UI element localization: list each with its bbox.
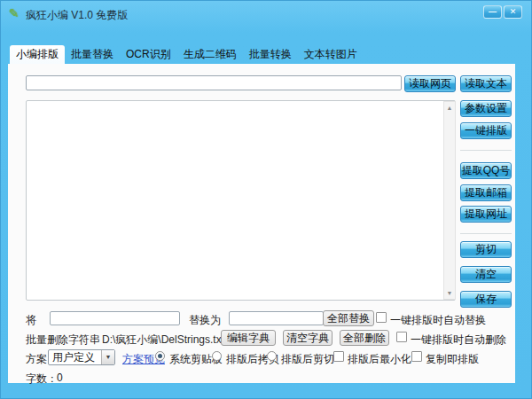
tab-qrcode[interactable]: 生成二维码: [177, 45, 243, 64]
tab-ocr[interactable]: OCR识别: [120, 45, 177, 64]
scroll-down-icon[interactable]: ▼: [444, 287, 455, 299]
radio-cut-after-format-label[interactable]: 排版后剪切: [281, 352, 334, 367]
divider: [460, 233, 512, 234]
extract-url-button[interactable]: 提取网址: [460, 206, 512, 223]
replace-all-button[interactable]: 全部替换: [323, 310, 374, 326]
read-text-button[interactable]: 读取文本: [460, 75, 512, 92]
one-click-format-button[interactable]: 一键排版: [460, 122, 512, 139]
scheme-dropdown-value: 用户定义: [52, 351, 95, 364]
replace-from-input[interactable]: [50, 311, 180, 325]
titlebar: ✎ 疯狂小编 V1.0 免费版 — ✕: [1, 1, 531, 27]
editor-textarea[interactable]: [26, 100, 456, 301]
dict-file-path: D:\疯狂小编\DelStrings.txt: [102, 332, 224, 348]
format-on-copy-checkbox[interactable]: [411, 351, 422, 362]
delete-all-button[interactable]: 全部删除: [340, 330, 389, 346]
app-window: ✎ 疯狂小编 V1.0 免费版 — ✕ 小编排版 批量替换 OCR识别 生成二维…: [0, 0, 532, 399]
radio-copy-after-format[interactable]: [212, 351, 222, 361]
cut-button[interactable]: 剪切: [460, 241, 512, 258]
radio-cut-after-format[interactable]: [267, 351, 277, 361]
batch-delete-label: 批量删除字符串: [26, 332, 100, 348]
extract-email-button[interactable]: 提取邮箱: [460, 184, 512, 201]
replace-to-label: 替换为: [189, 313, 221, 328]
extract-qq-button[interactable]: 提取QQ号: [460, 162, 512, 179]
tab-text-to-image[interactable]: 文本转图片: [298, 45, 364, 64]
read-webpage-button[interactable]: 读取网页: [404, 75, 456, 92]
scheme-label: 方案: [26, 352, 47, 367]
clear-button[interactable]: 清空: [460, 266, 512, 283]
save-button[interactable]: 保存: [460, 291, 512, 308]
replace-from-label: 将: [26, 313, 36, 328]
window-title: 疯狂小编 V1.0 免费版: [26, 8, 128, 23]
tab-batch-convert[interactable]: 批量转换: [243, 45, 298, 64]
tab-editor-format[interactable]: 小编排版: [10, 45, 65, 64]
close-button[interactable]: ✕: [504, 5, 522, 19]
minimize-after-format-checkbox[interactable]: [333, 351, 344, 362]
auto-delete-checkbox[interactable]: [396, 332, 407, 342]
word-count-label: 字数：: [26, 372, 58, 387]
scheme-dropdown[interactable]: 用户定义 ▼: [48, 349, 115, 365]
minimize-button[interactable]: —: [483, 5, 502, 19]
replace-to-input[interactable]: [229, 311, 324, 325]
editor-scrollbar[interactable]: ▲ ▼: [443, 101, 456, 300]
minimize-after-format-label[interactable]: 排版后最小化: [348, 352, 411, 367]
url-input[interactable]: [26, 75, 402, 90]
settings-button[interactable]: 参数设置: [460, 100, 512, 117]
radio-system-clipboard[interactable]: [155, 351, 165, 361]
auto-replace-label[interactable]: 一键排版时自动替换: [390, 313, 486, 328]
scroll-up-icon[interactable]: ▲: [444, 102, 455, 113]
auto-delete-label[interactable]: 一键排版时自动删除: [411, 332, 506, 348]
chevron-down-icon: ▼: [101, 350, 114, 364]
pencil-app-icon: ✎: [9, 6, 20, 20]
main-panel: 读取网页 ▲ ▼ 读取文本 参数设置 一键排版 提取QQ号 提取邮箱 提取网址 …: [8, 64, 515, 383]
divider: [460, 150, 512, 151]
tab-batch-replace[interactable]: 批量替换: [65, 45, 120, 64]
auto-replace-checkbox[interactable]: [376, 312, 387, 323]
word-count-value: 0: [57, 372, 63, 384]
tab-strip: 小编排版 批量替换 OCR识别 生成二维码 批量转换 文本转图片: [10, 45, 364, 64]
edit-dict-button[interactable]: 编辑字典: [221, 330, 276, 346]
clear-dict-button[interactable]: 清空字典: [283, 330, 332, 346]
format-on-copy-label[interactable]: 复制即排版: [426, 352, 479, 367]
